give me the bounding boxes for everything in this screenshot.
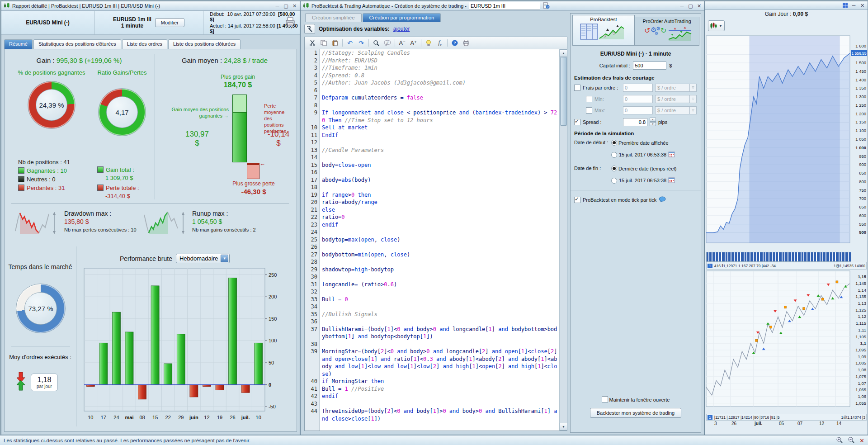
fee-max-checkbox[interactable] (586, 107, 592, 114)
comment-icon[interactable]: // (383, 39, 392, 47)
print-icon[interactable] (462, 39, 470, 47)
code-line[interactable]: 12 (305, 139, 560, 147)
tab-liste-ordres[interactable]: Liste des ordres (122, 39, 167, 49)
code-line[interactable]: 7Defparam cumulateorders = false (305, 94, 560, 102)
keep-open-checkbox[interactable] (602, 396, 608, 402)
spread-input[interactable] (623, 118, 647, 126)
code-line[interactable]: 22ratio=0 (305, 213, 560, 221)
backtest-button[interactable]: Backtester mon système de trading (590, 408, 681, 418)
code-line[interactable]: 14 (305, 154, 560, 161)
fee-order-checkbox[interactable] (574, 85, 580, 91)
minimize-button[interactable]: ─ (679, 3, 685, 9)
wrench-icon[interactable] (304, 24, 315, 34)
code-line[interactable]: 32 (305, 288, 560, 296)
step-down-icon[interactable]: ▼ (650, 122, 656, 126)
code-line[interactable]: 11EndIf (305, 132, 560, 139)
search-icon[interactable] (372, 39, 380, 47)
code-line[interactable]: 31longcandle= (ratio>0.6) (305, 281, 560, 289)
help-icon[interactable]: ? (451, 39, 459, 47)
system-help-icon[interactable]: ? (542, 2, 550, 10)
code-line[interactable]: 23endif (305, 221, 560, 229)
capital-input[interactable] (633, 62, 666, 70)
spread-checkbox[interactable] (574, 119, 580, 125)
speech-bubble-icon[interactable] (659, 196, 666, 203)
code-line[interactable]: 17abody=abs(body) (305, 176, 560, 184)
code-line[interactable]: 2//Market: EUR/USD (305, 57, 560, 65)
date-start-first-radio[interactable] (611, 140, 617, 146)
add-variable-link[interactable]: ajouter (393, 26, 410, 32)
maximize-button[interactable]: ▢ (688, 3, 693, 9)
editor-scrollbar[interactable]: ▲ ▼ (559, 49, 567, 431)
font-larger-icon[interactable]: A⁺ (410, 39, 418, 47)
chart-type-button[interactable]: ▼ (708, 20, 725, 31)
scroll-up-button[interactable]: ▲ (560, 49, 567, 57)
report-titlebar[interactable]: Rapport détaillé | ProBacktest | EURUSD … (1, 1, 300, 11)
code-line[interactable]: 42endif (305, 393, 560, 400)
date-end-last-radio[interactable] (611, 166, 617, 171)
code-line[interactable]: 29shadowtop=high-bodytop (305, 266, 560, 274)
chart-titlebar[interactable]: ─ ✕ (705, 1, 868, 10)
close-button[interactable]: ✕ (696, 3, 702, 9)
scrollbar-thumb[interactable] (560, 57, 567, 126)
tab-proorder-autotrading[interactable]: ProOrder AutoTrading ↺ ⚙⚙⚙ ↻ (634, 17, 699, 46)
minimize-button[interactable]: ─ (851, 3, 857, 9)
code-line[interactable]: 16 (305, 169, 560, 176)
tab-statistiques[interactable]: Statistiques des positions clôturées (33, 39, 121, 49)
zoom-in-icon[interactable] (836, 436, 843, 445)
undo-icon[interactable]: ↶ (346, 39, 354, 47)
maximize-button[interactable]: ▢ (283, 3, 289, 9)
editor-titlebar[interactable]: ProBacktest & Trading Automatique - Créa… (301, 1, 704, 11)
code-line[interactable]: 38 (305, 341, 560, 348)
code-line[interactable]: 6 (305, 87, 560, 95)
code-line[interactable]: 24 (305, 228, 560, 236)
tab-resume[interactable]: Résumé (4, 39, 33, 49)
code-line[interactable]: 30 (305, 273, 560, 281)
code-line[interactable]: 21else (305, 206, 560, 214)
function-icon[interactable]: fx (436, 39, 444, 47)
minimize-button[interactable]: ─ (274, 3, 280, 9)
code-line[interactable]: 27bodybottom=min(open, close) (305, 251, 560, 259)
code-line[interactable]: 34 (305, 303, 560, 311)
fee-min-checkbox[interactable] (586, 96, 592, 102)
close-button[interactable]: ✕ (292, 3, 297, 9)
fee-min-unit-select[interactable]: $ / ordre▽ (655, 95, 697, 103)
code-line[interactable]: 39MorningStar=(body[2]<0 and body>0 and … (305, 348, 560, 378)
step-up-icon[interactable]: ▲ (650, 118, 656, 122)
code-line[interactable]: 15body=close-open (305, 161, 560, 169)
tab-probacktest[interactable]: ProBacktest (572, 15, 635, 46)
code-line[interactable]: 43 (305, 400, 560, 408)
fee-min-input[interactable] (623, 95, 653, 103)
code-line[interactable]: 40if MorningStar then (305, 378, 560, 385)
code-line[interactable]: 19if range>0 then (305, 191, 560, 199)
tick-mode-checkbox[interactable] (574, 197, 580, 203)
tab-creation-programmation[interactable]: Création par programmation (363, 13, 441, 22)
tab-creation-simplifiee[interactable]: Création simplifiée (305, 13, 362, 22)
code-line[interactable]: 33Bull = 0 (305, 296, 560, 303)
code-line[interactable]: 5//Author: Juan Jacobs (Jd3gjacobs@gmail… (305, 79, 560, 87)
period-select[interactable]: Hebdomadaire▼ (176, 254, 230, 263)
font-smaller-icon[interactable]: A⁻ (398, 39, 406, 47)
code-line[interactable]: 9If longonmarket and close < positionpri… (305, 109, 560, 124)
redo-icon[interactable]: ↷ (357, 39, 365, 47)
code-line[interactable]: 8 (305, 102, 560, 109)
hint-icon[interactable] (425, 39, 433, 47)
code-line[interactable]: 28 (305, 258, 560, 266)
grid-layout-icon[interactable] (842, 3, 848, 9)
code-line[interactable]: 3//Timeframe: 1min (305, 64, 560, 72)
code-line[interactable]: 25bodytop=max(open, close) (305, 236, 560, 244)
zoom-out-icon[interactable] (848, 436, 855, 445)
close-button[interactable]: ✕ (859, 3, 865, 9)
paste-icon[interactable] (331, 39, 339, 47)
code-line[interactable]: 37BullishHarami=(body[1]<0 and body>0 an… (305, 326, 560, 341)
system-name-input[interactable] (469, 2, 540, 10)
code-line[interactable]: 10Sell at market (305, 124, 560, 132)
modify-button[interactable]: Modifier (155, 18, 184, 27)
tab-liste-positions[interactable]: Liste des positions clôturées (168, 39, 241, 49)
date-start-custom-radio[interactable] (611, 152, 617, 158)
date-end-custom-radio[interactable] (611, 178, 617, 184)
code-line[interactable]: 1//Stategy: Scalping Candles (305, 49, 560, 57)
code-line[interactable]: 41Bull = 1 //Positive (305, 385, 560, 393)
fee-order-unit-select[interactable]: $ / ordre▽ (655, 84, 697, 92)
code-line[interactable]: 13//Candle Paramaters (305, 147, 560, 154)
code-line[interactable]: 44ThreeInsideUp=(body[2]<0 and body[1]>0… (305, 407, 560, 422)
